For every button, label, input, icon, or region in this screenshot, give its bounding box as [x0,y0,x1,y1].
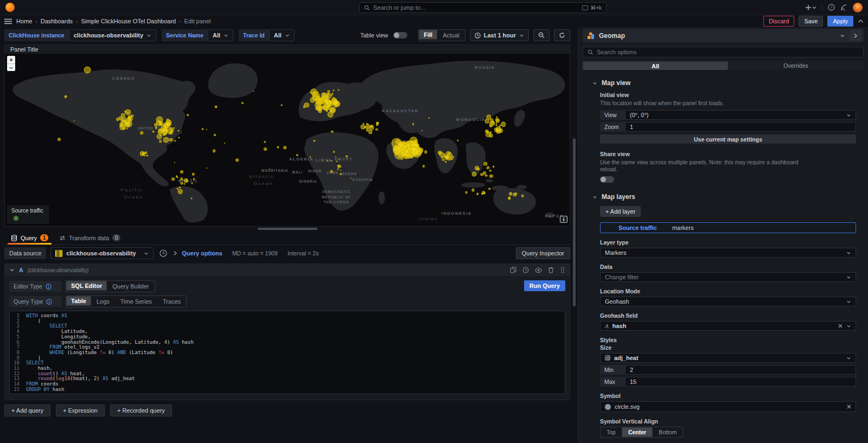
map-zoom-in-button[interactable]: + [7,56,15,63]
map-marker[interactable] [323,93,326,96]
map-marker[interactable] [264,141,266,143]
segment-option[interactable]: Top [601,427,622,437]
chevron-down-icon[interactable] [9,267,15,273]
map-marker[interactable] [330,170,333,173]
segment-option[interactable]: Time Series [115,296,157,307]
sql-editor[interactable]: 1WITH coords AS2 (3 SELECT4 Latitude,5 L… [9,311,565,394]
map-marker[interactable] [215,106,218,108]
segment-option[interactable]: Query Builder [107,281,154,292]
map-marker[interactable] [414,139,418,144]
discard-button[interactable]: Discard [763,16,794,27]
layer-row[interactable]: Source traffic markers [600,222,856,233]
map-marker[interactable] [280,105,282,106]
map-marker[interactable] [177,130,179,132]
min-input[interactable]: 2 [625,365,856,375]
map-marker[interactable] [330,107,335,113]
map-marker[interactable] [368,124,369,125]
variable-value-select[interactable]: All [269,29,295,41]
map-marker[interactable] [283,146,286,150]
data-filter-select[interactable]: Change filter [600,272,856,282]
map-marker[interactable] [152,130,155,133]
map-marker[interactable] [171,178,175,181]
save-button[interactable]: Save [799,16,823,27]
section-map-view[interactable]: Map view [592,79,856,87]
grafana-logo-icon[interactable] [5,3,15,12]
location-mode-select[interactable]: Geohash [600,297,856,306]
map-marker[interactable] [326,108,328,111]
map-marker[interactable] [346,155,348,157]
clear-icon[interactable] [847,405,851,409]
symbol-select[interactable]: circle.svg [600,401,856,412]
geohash-field-select[interactable]: A hash [600,321,856,331]
query-history-icon[interactable] [522,267,529,273]
map-marker[interactable] [515,192,517,195]
segment-option[interactable]: Actual [437,30,465,41]
map-marker[interactable] [325,95,327,98]
options-filter-tab[interactable]: All [583,61,728,70]
map-marker[interactable] [368,130,373,134]
breadcrumb-item[interactable]: Dashboards [41,18,73,24]
collapse-options-button[interactable] [850,30,861,41]
segment-option[interactable]: Center [622,427,653,437]
map-marker[interactable] [124,121,131,127]
segment-option[interactable]: Fill [419,30,437,40]
map-marker[interactable] [214,134,216,136]
layer-type-select[interactable]: Markers [600,248,856,258]
max-input[interactable]: 15 [625,377,856,387]
map-marker[interactable] [330,160,332,162]
segment-option[interactable]: Bottom [653,427,682,437]
map-marker[interactable] [241,102,244,104]
map-marker[interactable] [336,161,338,163]
map-marker[interactable] [488,188,490,190]
map-marker[interactable] [445,160,447,163]
map-marker[interactable] [485,175,488,177]
breadcrumb-item[interactable]: Home [16,18,32,24]
map-marker[interactable] [338,89,340,91]
map-marker[interactable] [304,102,309,108]
tab-query[interactable]: Query1 [5,231,54,245]
map-marker[interactable] [140,131,143,134]
map-marker[interactable] [499,129,503,133]
options-filter-tab[interactable]: Overrides [728,61,864,70]
map-marker[interactable] [191,182,193,184]
map-marker[interactable] [163,137,169,143]
query-row-header[interactable]: A (clickhouse-observability) [5,264,570,276]
map-marker[interactable] [315,102,317,104]
map-marker[interactable] [169,138,173,142]
map-marker[interactable] [465,191,468,194]
map-marker[interactable] [337,169,339,170]
map-marker[interactable] [120,113,125,118]
map-marker[interactable] [310,98,315,102]
map-marker[interactable] [158,129,163,133]
layer-name[interactable]: Source traffic [618,224,657,231]
info-icon[interactable] [46,299,52,305]
map-marker[interactable] [406,143,411,147]
run-query-button[interactable]: Run Query [524,280,565,291]
map-marker[interactable] [337,164,341,168]
map-marker[interactable] [84,67,91,74]
map-marker[interactable] [340,170,341,171]
use-current-map-settings-button[interactable]: Use current map settings [600,134,856,144]
zoom-out-time-button[interactable] [533,29,550,41]
size-field-select[interactable]: adj_heat [600,353,856,363]
map-marker[interactable] [180,178,183,181]
map-marker[interactable] [489,170,492,172]
apply-button[interactable]: Apply [827,16,853,27]
map-marker[interactable] [496,117,498,118]
query-footer-button[interactable]: + Recorded query [110,405,172,416]
map-marker[interactable] [235,158,239,162]
map-marker[interactable] [475,166,479,170]
menu-icon[interactable] [4,18,12,24]
segment-option[interactable]: Logs [91,296,115,307]
map-marker[interactable] [486,132,491,137]
map-marker[interactable] [328,100,333,105]
view-select[interactable]: (0°, 0°) [625,110,856,120]
map-attribution-button[interactable]: i [560,216,567,223]
query-footer-button[interactable]: + Expression [56,405,105,416]
map-marker[interactable] [521,195,524,197]
map-marker[interactable] [310,92,312,94]
map-marker[interactable] [493,165,495,168]
segment-option[interactable]: Traces [157,296,186,307]
map-marker[interactable] [490,121,494,125]
chevron-right-icon[interactable] [173,251,177,256]
